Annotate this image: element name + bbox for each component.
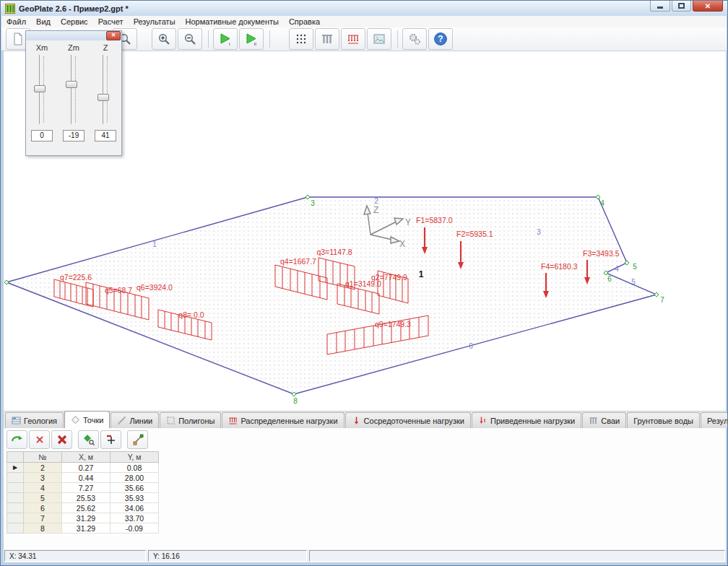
slider-xm-thumb[interactable] [34,85,46,92]
tab-concentrated-loads[interactable]: Сосредоточенные нагрузки [345,412,471,428]
col-x[interactable]: X, м [62,452,110,463]
menu-help[interactable]: Справка [284,17,325,27]
close-button[interactable]: ✕ [693,1,723,12]
cell-number: 3 [24,473,62,483]
cell-x: 25.62 [62,503,110,513]
window-title: GeoPlate 2.6 - Пример2.gpt * [19,4,129,13]
slider-zm-label: Zm [68,43,79,52]
tab-geology[interactable]: Геология [5,412,64,428]
cell-x: 7.27 [62,483,110,493]
help-button[interactable]: ? [428,28,453,50]
slider-ticks [75,56,77,123]
move-point-icon [131,433,144,446]
slider-z-label: Z [103,43,108,52]
delete-row-button[interactable] [29,430,50,449]
remove-point-button[interactable] [100,430,121,449]
slider-z-thumb[interactable] [98,94,109,101]
region-label: 1 [419,269,424,279]
tab-ground-water[interactable]: Грунтовые воды [627,412,700,428]
slider-xm-label: Xm [36,43,48,52]
edge-label-2: 2 [374,197,378,205]
col-number[interactable]: № [24,452,62,463]
load-label-q8: q8= 0.0 [178,310,204,319]
piles-button[interactable] [315,28,339,50]
lines-icon [117,416,126,425]
row-selector[interactable] [7,513,24,523]
cell-number: 7 [24,513,62,523]
run-calculation-2-button[interactable]: II [239,28,264,50]
table-row[interactable]: 7 31.29 33.70 [7,513,159,523]
settings-button[interactable] [402,28,427,50]
table-row[interactable]: 3 0.44 28.00 [7,473,159,483]
tab-label: Сваи [601,417,620,425]
menu-service[interactable]: Сервис [56,17,93,27]
tab-results[interactable]: Результаты [701,412,728,428]
tab-points[interactable]: Точки [64,411,110,428]
menu-view[interactable]: Вид [31,17,56,27]
status-bar: X: 34.31 Y: 16.16 [4,549,726,562]
cell-x: 31.29 [62,523,110,534]
table-row[interactable]: ▶ 2 0.27 0.08 [7,463,159,473]
menu-normative-documents[interactable]: Нормативные документы [181,17,284,27]
load-label-q3: q3=1147.8 [316,248,352,256]
apply-button[interactable] [6,430,27,449]
menu-calculation[interactable]: Расчет [93,17,129,27]
col-y[interactable]: Y, м [110,452,159,463]
row-selector[interactable]: ▶ [7,463,24,473]
view-sliders-panel-titlebar[interactable]: ✕ [26,31,121,40]
force-label-f3: F3=3493.5 [583,249,620,258]
load-label-q6: q6=3924.0 [136,283,173,292]
minimize-button[interactable] [650,1,670,12]
piles-icon [589,416,598,425]
points-panel: № X, м Y, м ▶ 2 0.27 0.08 3 0.44 28.00 4… [4,428,726,551]
zoom-in-button[interactable] [152,28,176,50]
row-selector-header [7,452,24,463]
run-calculation-1-button[interactable]: I [213,28,238,50]
row-selector[interactable] [7,473,24,483]
tab-reduced-loads[interactable]: Приведенные нагрузки [472,412,581,428]
maximize-button[interactable] [672,1,691,12]
delete-all-button[interactable] [51,430,72,449]
table-row[interactable]: 8 31.29 -0.09 [7,523,159,534]
distributed-loads-icon [346,32,360,46]
table-row[interactable]: 6 25.62 34.06 [7,503,159,513]
move-point-button[interactable] [127,430,148,449]
panel-close-button[interactable]: ✕ [106,31,121,40]
slider-zm[interactable] [71,55,72,124]
slider-xm[interactable] [39,55,40,124]
node-label-5: 5 [633,263,637,271]
node-label-6: 6 [607,275,612,283]
tab-lines[interactable]: Линии [110,412,159,428]
results-picture-button[interactable] [367,28,391,50]
row-selector[interactable] [7,483,24,493]
tab-distributed-loads[interactable]: Распределенные нагрузки [222,412,344,428]
row-selector[interactable] [7,503,24,513]
tab-label: Сосредоточенные нагрузки [364,417,464,425]
app-window: GeoPlate 2.6 - Пример2.gpt * ✕ Файл Вид … [0,0,728,566]
menu-results[interactable]: Результаты [129,17,181,27]
table-row[interactable]: 5 25.53 35.93 [7,493,159,503]
slider-zm-value[interactable]: -19 [63,130,84,142]
cell-x: 0.44 [62,473,110,483]
cell-y: 35.93 [110,493,159,503]
zoom-out-button[interactable] [178,28,202,50]
slider-xm-value[interactable]: 0 [31,130,53,142]
tab-polygons[interactable]: Полигоны [160,412,221,428]
menu-file[interactable]: Файл [1,17,31,27]
maximize-icon [678,3,685,9]
table-row[interactable]: 4 7.27 35.66 [7,483,159,493]
remove-point-icon [105,433,118,446]
piles-icon [320,32,334,46]
plate-outline[interactable] [6,197,656,394]
row-selector[interactable] [7,493,24,503]
slider-z[interactable] [103,55,103,124]
tab-piles[interactable]: Сваи [582,412,626,428]
slider-z-value[interactable]: 41 [95,130,116,142]
grid-points-button[interactable] [289,28,313,50]
add-point-button[interactable] [78,430,99,449]
slider-zm-thumb[interactable] [66,81,77,88]
distributed-loads-button[interactable] [341,28,365,50]
title-bar[interactable]: GeoPlate 2.6 - Пример2.gpt * ✕ [1,1,727,16]
results-picture-icon [372,32,386,46]
row-selector[interactable] [7,523,24,534]
